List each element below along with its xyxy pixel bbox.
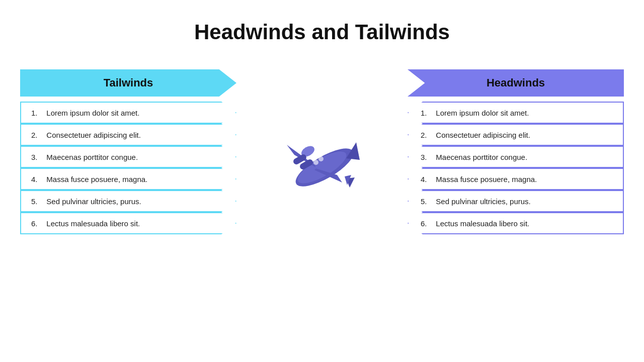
headwinds-list: 1. Lorem ipsum dolor sit amet.2. Consect… bbox=[408, 102, 624, 234]
svg-point-11 bbox=[318, 156, 324, 161]
airplane-container bbox=[252, 69, 392, 245]
svg-point-10 bbox=[313, 160, 318, 165]
tailwinds-header: Tailwinds bbox=[20, 69, 236, 97]
tailwinds-list-item: 5. Sed pulvinar ultricies, purus. bbox=[20, 190, 236, 212]
tailwinds-list-item: 3. Maecenas porttitor congue. bbox=[20, 146, 236, 168]
page-title: Headwinds and Tailwinds bbox=[194, 20, 450, 44]
tailwinds-panel: Tailwinds 1. Lorem ipsum dolor sit amet.… bbox=[20, 69, 236, 234]
headwinds-list-item: 2. Consectetuer adipiscing elit. bbox=[408, 124, 624, 146]
content-area: Tailwinds 1. Lorem ipsum dolor sit amet.… bbox=[20, 69, 624, 245]
headwinds-list-item: 4. Massa fusce posuere, magna. bbox=[408, 168, 624, 190]
headwinds-panel: Headwinds 1. Lorem ipsum dolor sit amet.… bbox=[408, 69, 624, 234]
tailwinds-list: 1. Lorem ipsum dolor sit amet.2. Consect… bbox=[20, 102, 236, 234]
tailwinds-list-item: 4. Massa fusce posuere, magna. bbox=[20, 168, 236, 190]
tailwinds-list-item: 6. Lectus malesuada libero sit. bbox=[20, 212, 236, 234]
headwinds-list-item: 5. Sed pulvinar ultricies, purus. bbox=[408, 190, 624, 212]
headwinds-list-item: 3. Maecenas porttitor congue. bbox=[408, 146, 624, 168]
headwinds-list-item: 1. Lorem ipsum dolor sit amet. bbox=[408, 102, 624, 124]
headwinds-header: Headwinds bbox=[408, 69, 624, 97]
tailwinds-list-item: 2. Consectetuer adipiscing elit. bbox=[20, 124, 236, 146]
headwinds-list-item: 6. Lectus malesuada libero sit. bbox=[408, 212, 624, 234]
tailwinds-list-item: 1. Lorem ipsum dolor sit amet. bbox=[20, 102, 236, 124]
airplane-icon bbox=[272, 117, 372, 218]
